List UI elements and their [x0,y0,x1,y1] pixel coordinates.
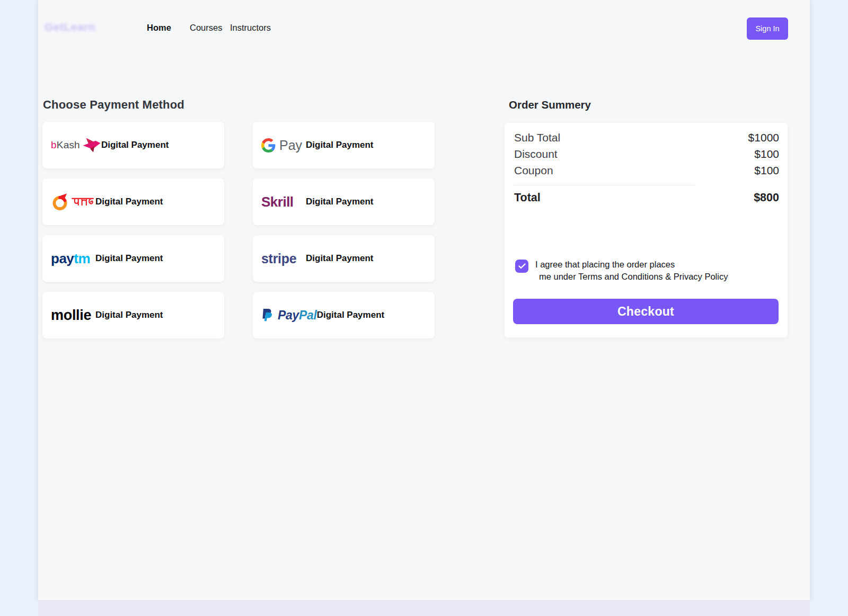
nagad-logo [51,192,95,211]
paytm-wordmark: paytm [51,251,90,267]
order-summary-title: Order Summery [509,99,591,111]
google-g-icon [261,138,276,153]
total-value: $800 [754,191,779,204]
skrill-logo: Skrill [261,194,306,210]
bkash-logo: bKash [51,137,101,153]
payment-card-skrill[interactable]: Skrill Digital Payment [253,178,435,225]
paypal-logo: PayPal [261,308,317,323]
payment-card-label: Digital Payment [306,197,374,207]
summary-row-discount: Discount $100 [514,146,779,162]
payment-method-grid: bKash Digital Payment [42,122,435,338]
google-pay-logo: Pay [261,138,306,153]
coupon-value: $100 [754,162,779,178]
payment-card-label: Digital Payment [95,310,163,320]
paypal-p-icon [261,308,273,323]
paypal-wordmark: PayPal [278,308,317,323]
checkout-button[interactable]: Checkout [513,299,779,324]
agreement-line-1: I agree that placing the order places [535,260,675,269]
payment-card-label: Digital Payment [95,197,163,207]
page-container: GetLearn Home Courses Instructors Sign I… [38,0,810,600]
nav-item-home[interactable]: Home [147,23,171,33]
mollie-logo: mollie [51,307,95,324]
payment-card-label: Digital Payment [101,140,169,150]
paytm-logo: paytm [51,251,95,267]
skrill-wordmark: Skrill [261,194,294,210]
stripe-logo: stripe [261,251,306,266]
payment-card-bkash[interactable]: bKash Digital Payment [42,122,224,168]
agreement-line-2: me under Terms and Conditions & Privacy … [535,271,728,283]
nagad-swirl-icon [51,192,69,211]
agreement-text: I agree that placing the order places me… [535,258,728,283]
stripe-wordmark: stripe [261,251,296,266]
gpay-wordmark: Pay [279,138,302,153]
site-logo[interactable]: GetLearn [45,21,95,33]
agreement-row: I agree that placing the order places me… [515,258,728,283]
payment-card-nagad[interactable]: Digital Payment [42,178,224,225]
discount-value: $100 [754,146,779,162]
footer-strip [38,600,810,616]
discount-label: Discount [514,146,558,162]
payment-card-mollie[interactable]: mollie Digital Payment [42,292,224,338]
subtotal-value: $1000 [748,129,779,146]
summary-row-coupon: Coupon $100 [514,162,779,178]
bkash-wordmark: bKash [51,139,80,151]
mollie-wordmark: mollie [51,307,91,324]
payment-card-paytm[interactable]: paytm Digital Payment [42,235,224,282]
order-summary-card: Sub Total $1000 Discount $100 Coupon $10… [505,123,788,337]
payment-card-label: Digital Payment [306,253,374,264]
payment-section-title: Choose Payment Method [43,98,184,112]
payment-card-stripe[interactable]: stripe Digital Payment [253,235,435,282]
summary-row-total: Total $800 [514,191,779,204]
subtotal-label: Sub Total [514,129,560,146]
summary-row-subtotal: Sub Total $1000 [514,129,779,146]
summary-divider [514,185,694,185]
payment-card-label: Digital Payment [306,140,374,150]
payment-card-google-pay[interactable]: Pay Digital Payment [253,122,435,168]
nav-item-courses[interactable]: Courses [190,23,222,33]
order-summary-rows: Sub Total $1000 Discount $100 Coupon $10… [514,129,779,204]
agreement-checkbox[interactable] [515,260,528,273]
payment-card-label: Digital Payment [317,310,385,320]
total-label: Total [514,191,541,204]
nagad-wordmark [71,195,94,208]
payment-card-paypal[interactable]: PayPal Digital Payment [253,292,435,338]
checkbox-check-icon [518,263,526,269]
nav-item-instructors[interactable]: Instructors [230,23,271,33]
sign-in-button[interactable]: Sign In [747,17,788,40]
payment-card-label: Digital Payment [95,253,163,264]
coupon-label: Coupon [514,162,553,178]
bkash-bird-icon [82,137,101,153]
